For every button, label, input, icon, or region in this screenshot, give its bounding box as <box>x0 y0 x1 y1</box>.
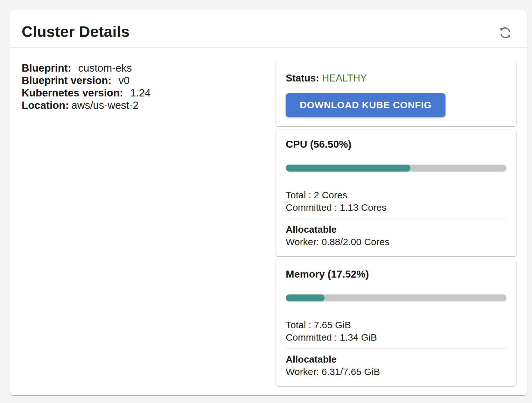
card-content: Blueprint:custom-eks Blueprint version:v… <box>10 48 527 399</box>
detail-row-blueprint-version: Blueprint version:v0 <box>22 74 276 87</box>
detail-row-location: Location:aws/us-west-2 <box>22 99 276 111</box>
memory-worker-allocatable: Worker: 6.31/7.65 GiB <box>286 365 507 378</box>
location-value: aws/us-west-2 <box>71 99 138 111</box>
memory-divider <box>286 349 507 349</box>
download-kube-config-button[interactable]: DOWNLOAD KUBE CONFIG <box>286 93 445 117</box>
kubernetes-version-label: Kubernetes version: <box>22 87 123 99</box>
cpu-divider <box>286 219 507 219</box>
memory-total: Total : 7.65 GiB <box>286 319 507 331</box>
memory-progress-fill <box>286 294 325 301</box>
blueprint-version-value: v0 <box>118 74 130 86</box>
detail-row-blueprint: Blueprint:custom-eks <box>22 62 276 74</box>
cpu-title: CPU (56.50%) <box>286 138 507 150</box>
memory-committed: Committed : 1.34 GiB <box>286 331 507 343</box>
cpu-panel: CPU (56.50%) Total : 2 Cores Committed :… <box>276 130 516 256</box>
cpu-allocatable-label: Allocatable <box>286 223 507 236</box>
cpu-stats: Total : 2 Cores Committed : 1.13 Cores <box>286 189 507 214</box>
cpu-worker-allocatable: Worker: 0.88/2.00 Cores <box>286 236 507 248</box>
blueprint-version-label: Blueprint version: <box>22 74 111 86</box>
right-column: Status:HEALTHY DOWNLOAD KUBE CONFIG CPU … <box>276 61 516 386</box>
status-line: Status:HEALTHY <box>286 73 507 84</box>
location-label: Location: <box>22 99 69 111</box>
page-title: Cluster Details <box>22 23 130 40</box>
memory-stats: Total : 7.65 GiB Committed : 1.34 GiB <box>286 319 507 343</box>
memory-panel: Memory (17.52%) Total : 7.65 GiB Committ… <box>276 259 516 386</box>
card-header: Cluster Details <box>10 10 527 48</box>
blueprint-label: Blueprint: <box>22 62 71 74</box>
blueprint-value: custom-eks <box>78 62 132 74</box>
cluster-details-card: Cluster Details Blueprint:custom-eks B <box>10 10 527 395</box>
status-badge: HEALTHY <box>322 73 367 84</box>
detail-row-kubernetes-version: Kubernetes version:1.24 <box>22 87 276 99</box>
cpu-progress-fill <box>286 165 410 172</box>
memory-progress-track <box>286 294 507 301</box>
status-label: Status: <box>286 73 319 84</box>
refresh-button[interactable] <box>498 25 513 41</box>
cpu-total: Total : 2 Cores <box>286 189 507 201</box>
cpu-progress-track <box>286 165 507 172</box>
kubernetes-version-value: 1.24 <box>130 87 150 99</box>
refresh-icon <box>498 25 513 41</box>
cluster-info: Blueprint:custom-eks Blueprint version:v… <box>22 61 276 386</box>
memory-title: Memory (17.52%) <box>286 268 507 280</box>
memory-allocatable-label: Allocatable <box>286 353 507 365</box>
status-panel: Status:HEALTHY DOWNLOAD KUBE CONFIG <box>276 61 516 126</box>
cpu-committed: Committed : 1.13 Cores <box>286 201 507 214</box>
